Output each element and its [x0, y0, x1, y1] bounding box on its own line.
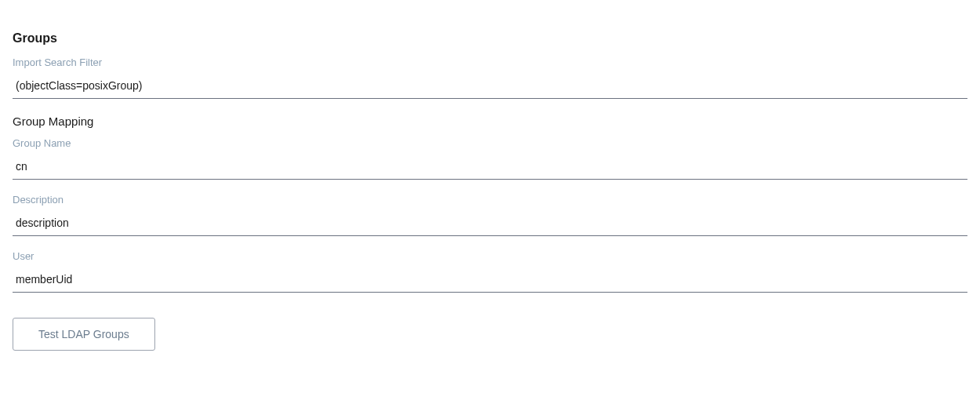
- test-ldap-groups-button[interactable]: Test LDAP Groups: [13, 318, 155, 351]
- import-search-filter-field: Import Search Filter: [13, 56, 967, 99]
- groups-section: Groups Import Search Filter Group Mappin…: [13, 31, 967, 351]
- groups-header: Groups: [13, 31, 967, 45]
- import-search-filter-label: Import Search Filter: [13, 56, 967, 68]
- import-search-filter-input[interactable]: [13, 75, 967, 99]
- description-field: Description: [13, 194, 967, 236]
- user-field: User: [13, 250, 967, 293]
- description-input[interactable]: [13, 212, 967, 236]
- group-name-field: Group Name: [13, 137, 967, 180]
- user-input[interactable]: [13, 268, 967, 293]
- user-label: User: [13, 250, 967, 262]
- group-name-label: Group Name: [13, 137, 967, 149]
- group-mapping-header: Group Mapping: [13, 115, 967, 128]
- description-label: Description: [13, 194, 967, 206]
- group-name-input[interactable]: [13, 155, 967, 180]
